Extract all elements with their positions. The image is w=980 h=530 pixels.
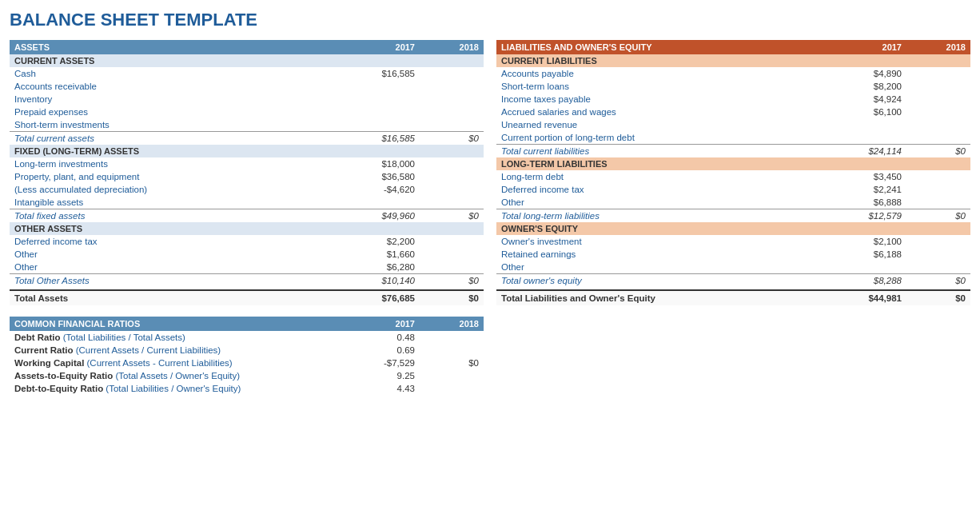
total-assets-2018: $0: [420, 290, 484, 305]
page-title: BALANCE SHEET TEMPLATE: [10, 10, 970, 30]
ratios-header-row: COMMON FINANCIAL RATIOS 2017 2018: [10, 317, 484, 331]
ratio-row: Assets-to-Equity Ratio (Total Assets / O…: [10, 369, 484, 382]
long-term-liabilities-header: LONG-TERM LIABILITIES: [496, 157, 970, 170]
table-row: Inventory: [10, 93, 484, 106]
fixed-assets-label: FIXED (LONG-TERM) ASSETS: [10, 145, 484, 157]
table-row: Deferred income tax $2,200: [10, 235, 484, 248]
assets-panel: ASSETS 2017 2018 CURRENT ASSETS Cash $16…: [10, 40, 484, 395]
liabilities-col-2017: 2017: [843, 40, 906, 54]
current-liabilities-total: Total current liabilities $24,114 $0: [496, 145, 970, 158]
assets-header-label: ASSETS: [10, 40, 356, 54]
liabilities-col-2018: 2018: [906, 40, 970, 54]
table-row: Retained earnings $6,188: [496, 248, 970, 261]
assets-table: ASSETS 2017 2018 CURRENT ASSETS Cash $16…: [10, 40, 484, 305]
current-assets-label: CURRENT ASSETS: [10, 54, 484, 67]
owners-equity-label: OWNER'S EQUITY: [496, 222, 970, 235]
liabilities-header-label: LIABILITIES AND OWNER'S EQUITY: [496, 40, 843, 54]
table-row: Other: [496, 261, 970, 274]
table-row: Intangible assets: [10, 196, 484, 209]
table-row: Other $1,660: [10, 248, 484, 261]
table-row: Short-term investments: [10, 118, 484, 132]
current-liabilities-header: CURRENT LIABILITIES: [496, 54, 970, 67]
liabilities-table: LIABILITIES AND OWNER'S EQUITY 2017 2018…: [496, 40, 970, 305]
ratio-row: Current Ratio (Current Assets / Current …: [10, 344, 484, 357]
table-row: Deferred income tax $2,241: [496, 183, 970, 196]
assets-header-row: ASSETS 2017 2018: [10, 40, 484, 54]
ratio-row: Debt-to-Equity Ratio (Total Liabilities …: [10, 382, 484, 395]
total-assets-row: Total Assets $76,685 $0: [10, 290, 484, 305]
long-term-liabilities-label: LONG-TERM LIABILITIES: [496, 157, 970, 170]
table-row: Long-term investments $18,000: [10, 157, 484, 170]
long-term-liabilities-total: Total long-term liabilities $12,579 $0: [496, 209, 970, 223]
total-liabilities-2017: $44,981: [843, 290, 906, 305]
table-row: Income taxes payable $4,924: [496, 93, 970, 106]
ratios-table: COMMON FINANCIAL RATIOS 2017 2018 Debt R…: [10, 317, 484, 395]
other-assets-total: Total Other Assets $10,140 $0: [10, 274, 484, 288]
ratio-row: Debt Ratio (Total Liabilities / Total As…: [10, 331, 484, 344]
ratio-row: Working Capital (Current Assets - Curren…: [10, 357, 484, 369]
table-row: Other $6,888: [496, 196, 970, 209]
table-row: Accounts payable $4,890: [496, 67, 970, 80]
table-row: Current portion of long-term debt: [496, 131, 970, 145]
ratios-section: COMMON FINANCIAL RATIOS 2017 2018 Debt R…: [10, 317, 484, 395]
other-assets-label: OTHER ASSETS: [10, 222, 484, 235]
total-assets-label: Total Assets: [10, 290, 356, 305]
table-row: Accrued salaries and wages $6,100: [496, 106, 970, 118]
total-assets-2017: $76,685: [356, 290, 420, 305]
total-liabilities-row: Total Liabilities and Owner's Equity $44…: [496, 290, 970, 305]
current-assets-header: CURRENT ASSETS: [10, 54, 484, 67]
other-assets-header: OTHER ASSETS: [10, 222, 484, 235]
table-row: Owner's investment $2,100: [496, 235, 970, 248]
current-assets-total: Total current assets $16,585 $0: [10, 132, 484, 145]
current-liabilities-label: CURRENT LIABILITIES: [496, 54, 970, 67]
total-liabilities-label: Total Liabilities and Owner's Equity: [496, 290, 843, 305]
ratios-col-2017: 2017: [356, 317, 420, 331]
table-row: Prepaid expenses: [10, 106, 484, 118]
ratios-col-2018: 2018: [420, 317, 484, 331]
table-row: Unearned revenue: [496, 118, 970, 131]
table-row: Cash $16,585: [10, 67, 484, 80]
liabilities-header-row: LIABILITIES AND OWNER'S EQUITY 2017 2018: [496, 40, 970, 54]
fixed-assets-header: FIXED (LONG-TERM) ASSETS: [10, 145, 484, 157]
owners-equity-total: Total owner's equity $8,288 $0: [496, 274, 970, 288]
table-row: Accounts receivable: [10, 80, 484, 93]
fixed-assets-total: Total fixed assets $49,960 $0: [10, 209, 484, 223]
assets-col-2017: 2017: [356, 40, 420, 54]
ratios-header-label: COMMON FINANCIAL RATIOS: [10, 317, 356, 331]
table-row: Long-term debt $3,450: [496, 170, 970, 183]
total-liabilities-2018: $0: [906, 290, 970, 305]
table-row: Other $6,280: [10, 261, 484, 274]
table-row: (Less accumulated depreciation) -$4,620: [10, 183, 484, 196]
liabilities-panel: LIABILITIES AND OWNER'S EQUITY 2017 2018…: [496, 40, 970, 395]
table-row: Property, plant, and equipment $36,580: [10, 170, 484, 183]
owners-equity-header: OWNER'S EQUITY: [496, 222, 970, 235]
table-row: Short-term loans $8,200: [496, 80, 970, 93]
assets-col-2018: 2018: [420, 40, 484, 54]
